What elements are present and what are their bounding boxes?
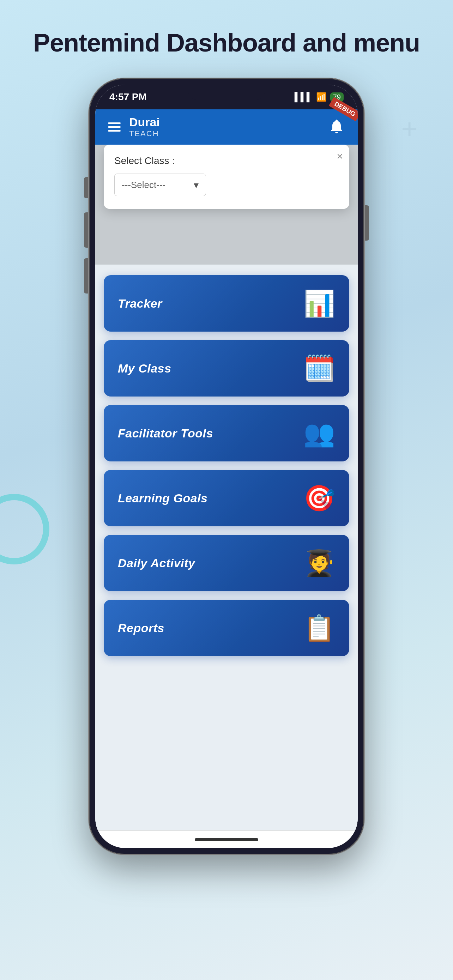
dropdown-arrow-icon: ▾ [194, 179, 199, 191]
modal-close-button[interactable]: × [337, 151, 343, 162]
header-user-name: Durai [129, 116, 160, 129]
menu-item-tracker-icon: 📊 [304, 291, 335, 316]
phone-screen: 4:57 PM ▌▌▌ 📶 79 DEBUG Durai TEACH [95, 85, 358, 848]
header-title-block: Durai TEACH [129, 116, 160, 138]
phone-power-button [365, 205, 369, 240]
phone-frame: 4:57 PM ▌▌▌ 📶 79 DEBUG Durai TEACH [89, 78, 364, 854]
bg-plus-decoration: + [401, 113, 418, 145]
hamburger-menu-button[interactable] [108, 123, 121, 132]
menu-item-reports-label: Reports [118, 621, 164, 635]
home-indicator-pill [195, 838, 258, 841]
menu-item-facilitator-tools[interactable]: Facilitator Tools 👥 [104, 405, 349, 461]
status-time: 4:57 PM [110, 91, 147, 103]
menu-item-daily-activity-icon: 🧑‍🎓 [304, 550, 335, 576]
phone-volume-up-button [84, 212, 88, 248]
home-indicator-bar [95, 830, 358, 848]
select-placeholder: ---Select--- [122, 180, 165, 191]
menu-item-reports[interactable]: Reports 📋 [104, 600, 349, 656]
status-icons: ▌▌▌ 📶 79 DEBUG [295, 92, 343, 102]
app-header: Durai TEACH [95, 109, 358, 145]
header-left: Durai TEACH [108, 116, 160, 138]
menu-item-reports-icon: 📋 [304, 615, 335, 641]
phone-notch [188, 85, 265, 100]
menu-item-my-class-icon: 🗓️ [304, 356, 335, 381]
modal-label: Select Class : [114, 155, 339, 167]
wifi-icon: 📶 [316, 92, 327, 102]
phone-silent-button [84, 177, 88, 198]
menu-item-learning-goals-label: Learning Goals [118, 492, 208, 505]
hamburger-line-1 [108, 123, 121, 124]
menu-item-my-class-label: My Class [118, 361, 171, 375]
menu-item-daily-activity[interactable]: Daily Activity 🧑‍🎓 [104, 535, 349, 591]
status-bar: 4:57 PM ▌▌▌ 📶 79 DEBUG [95, 85, 358, 109]
menu-item-tracker-label: Tracker [118, 297, 162, 310]
select-class-modal: × Select Class : ---Select--- ▾ [104, 145, 349, 209]
page-title: Pentemind Dashboard and menu [33, 28, 420, 57]
header-subtitle: TEACH [129, 129, 160, 138]
menu-item-facilitator-tools-icon: 👥 [304, 420, 335, 446]
phone-content: × Select Class : ---Select--- ▾ Tracker … [95, 145, 358, 830]
signal-icon: ▌▌▌ [295, 92, 313, 102]
bg-curve-decoration [0, 494, 49, 565]
menu-item-learning-goals[interactable]: Learning Goals 🎯 [104, 470, 349, 527]
class-select-dropdown[interactable]: ---Select--- ▾ [114, 173, 206, 196]
phone-volume-down-button [84, 258, 88, 294]
notification-bell-button[interactable] [328, 118, 345, 136]
menu-item-learning-goals-icon: 🎯 [304, 485, 335, 511]
hamburger-line-2 [108, 126, 121, 128]
menu-item-facilitator-tools-label: Facilitator Tools [118, 426, 213, 440]
menu-item-tracker[interactable]: Tracker 📊 [104, 275, 349, 332]
menu-item-my-class[interactable]: My Class 🗓️ [104, 340, 349, 396]
hamburger-line-3 [108, 130, 121, 132]
menu-item-daily-activity-label: Daily Activity [118, 556, 195, 570]
